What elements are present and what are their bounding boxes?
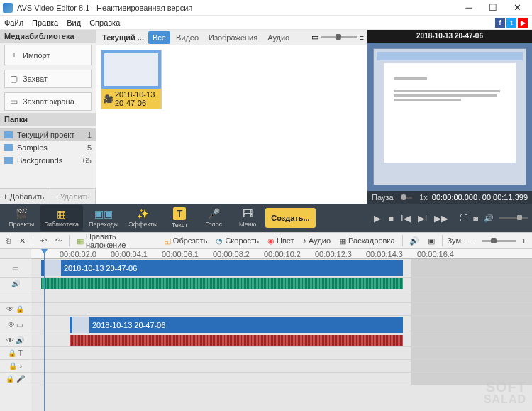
time-ruler[interactable]: 00:00:02.0 00:00:04.1 00:00:06.1 00:00:0… bbox=[31, 249, 532, 259]
list-view-icon[interactable]: ≡ bbox=[360, 33, 364, 42]
volume-toggle-icon[interactable]: 🔊 bbox=[406, 235, 422, 247]
zoom-out-button[interactable]: − bbox=[466, 235, 476, 246]
overlay-button[interactable]: ▦Править наложение bbox=[74, 231, 158, 251]
effects-button[interactable]: ✨Эффекты bbox=[124, 205, 162, 231]
twitter-icon[interactable]: t bbox=[506, 18, 516, 28]
overlay-track-label[interactable]: 👁 ▭ bbox=[0, 316, 31, 334]
snapshot-icon[interactable]: ◙ bbox=[473, 214, 478, 222]
view-toggle-icon[interactable]: ▭ bbox=[311, 33, 318, 42]
capture-button[interactable]: ▢Захват bbox=[4, 70, 92, 88]
fullscreen-icon[interactable]: ⛶ bbox=[460, 214, 467, 222]
misc-tool-icon[interactable]: ▣ bbox=[425, 235, 438, 247]
screen-capture-button[interactable]: ▭Захват экрана bbox=[4, 92, 92, 111]
overlay-audio-track[interactable] bbox=[31, 334, 532, 347]
library-icon: ▦ bbox=[56, 208, 67, 219]
tab-all[interactable]: Все bbox=[148, 31, 170, 44]
storyboard-button[interactable]: ▦Раскадровка bbox=[336, 235, 397, 247]
library-button[interactable]: ▦Библиотека bbox=[40, 205, 83, 231]
prev-frame-button[interactable]: I◀ bbox=[401, 213, 411, 224]
media-grid[interactable]: 🎥2018-10-13 20-47-06 bbox=[96, 45, 367, 204]
maximize-button[interactable]: ☐ bbox=[481, 0, 505, 16]
fast-forward-button[interactable]: ▶▶ bbox=[434, 213, 448, 224]
fx-track[interactable] bbox=[31, 303, 532, 316]
minimize-button[interactable]: ─ bbox=[457, 0, 481, 16]
folder-samples[interactable]: Samples5 bbox=[0, 141, 96, 154]
zoom-slider[interactable] bbox=[482, 240, 516, 242]
thumbnail-size-slider[interactable] bbox=[321, 36, 357, 38]
preview-title: 2018-10-13 20-47-06 bbox=[367, 30, 532, 43]
zoom-in-button[interactable]: + bbox=[519, 235, 529, 246]
delete-button[interactable]: ✕ bbox=[16, 235, 28, 247]
media-item[interactable]: 🎥2018-10-13 20-47-06 bbox=[101, 50, 162, 109]
menu-button[interactable]: 🎞Меню bbox=[231, 205, 264, 231]
video-track[interactable]: 2018-10-13 20-47-06 bbox=[31, 259, 532, 278]
music-track-label[interactable]: 🔒 ♪ bbox=[0, 360, 31, 373]
overlay-audio-label[interactable]: 👁 🔊 bbox=[0, 334, 31, 347]
menu-view[interactable]: Вид bbox=[67, 18, 81, 27]
text-icon: T bbox=[173, 207, 186, 220]
undo-button[interactable]: ↶ bbox=[38, 235, 50, 247]
video-track-label[interactable]: ▭ bbox=[0, 259, 31, 278]
music-track[interactable] bbox=[31, 360, 532, 373]
stop-button[interactable]: ■ bbox=[388, 213, 394, 224]
text-track[interactable] bbox=[31, 347, 532, 360]
text-track-label[interactable]: 🔒 T bbox=[0, 347, 31, 360]
audio-track-label[interactable]: 🔊 bbox=[0, 278, 31, 290]
facebook-icon[interactable]: f bbox=[495, 18, 505, 28]
preview-panel: 2018-10-13 20-47-06 Пауза 1x 00:00:00.00… bbox=[367, 30, 532, 204]
menu-help[interactable]: Справка bbox=[89, 18, 120, 27]
voice-track[interactable] bbox=[31, 373, 532, 385]
menu-file[interactable]: Файл bbox=[4, 18, 23, 27]
timeline: ▭ 🔊 👁 🔒 👁 ▭ 👁 🔊 🔒 T 🔒 ♪ 🔒 🎤 00:00:02.0 0… bbox=[0, 249, 532, 411]
overlay-video-track[interactable]: 2018-10-13 20-47-06 bbox=[31, 316, 532, 334]
track-labels: ▭ 🔊 👁 🔒 👁 ▭ 👁 🔊 🔒 T 🔒 ♪ 🔒 🎤 bbox=[0, 249, 31, 411]
volume-icon[interactable]: 🔊 bbox=[484, 214, 494, 223]
voice-button[interactable]: 🎤Голос bbox=[197, 205, 230, 231]
volume-slider[interactable] bbox=[499, 217, 528, 219]
folder-backgrounds[interactable]: Backgrounds65 bbox=[0, 154, 96, 167]
preview-scrubber[interactable] bbox=[401, 197, 413, 199]
tab-images[interactable]: Изображения bbox=[204, 31, 262, 44]
storyboard-icon: ▦ bbox=[339, 236, 346, 246]
clapper-icon: 🎬 bbox=[16, 208, 27, 219]
zoom-label: Зум: bbox=[447, 236, 463, 245]
transitions-icon: ▣▣ bbox=[98, 208, 109, 219]
crop-icon: ◱ bbox=[164, 236, 171, 246]
text-button[interactable]: TТекст bbox=[163, 205, 196, 231]
window-title: AVS Video Editor 8.1 - Неактивированная … bbox=[17, 4, 192, 12]
tab-audio[interactable]: Аудио bbox=[263, 31, 294, 44]
main-toolbar: 🎬Проекты ▦Библиотека ▣▣Переходы ✨Эффекты… bbox=[0, 204, 532, 232]
speed-button[interactable]: ◔Скорость bbox=[213, 235, 262, 247]
close-button[interactable]: ✕ bbox=[505, 0, 529, 16]
folders-header: Папки bbox=[0, 113, 96, 126]
prev-clip-button[interactable]: ⎗ bbox=[3, 235, 13, 246]
playhead[interactable] bbox=[44, 249, 45, 411]
folder-current-project[interactable]: Текущий проект1 bbox=[0, 128, 96, 141]
delete-folder-button[interactable]: −Удалить bbox=[48, 189, 96, 204]
tab-video[interactable]: Видео bbox=[172, 31, 203, 44]
voice-track-label[interactable]: 🔒 🎤 bbox=[0, 373, 31, 385]
add-folder-button[interactable]: +Добавить bbox=[0, 189, 48, 204]
color-button[interactable]: ◉Цвет bbox=[265, 235, 297, 247]
overlay-icon: ▦ bbox=[77, 236, 84, 246]
projects-button[interactable]: 🎬Проекты bbox=[4, 205, 38, 231]
import-button[interactable]: ＋Импорт bbox=[4, 45, 92, 65]
track-visibility[interactable]: 👁 🔒 bbox=[0, 303, 31, 316]
overlay-clip[interactable]: 2018-10-13 20-47-06 bbox=[70, 317, 403, 333]
audio-button[interactable]: ♪Аудио bbox=[300, 235, 334, 246]
create-button[interactable]: Создать... bbox=[265, 208, 315, 228]
next-frame-button[interactable]: ▶I bbox=[418, 213, 428, 224]
video-clip[interactable]: 2018-10-13 20-47-06 bbox=[41, 260, 403, 276]
redo-button[interactable]: ↷ bbox=[52, 235, 65, 247]
menu-edit[interactable]: Правка bbox=[32, 18, 58, 27]
transitions-button[interactable]: ▣▣Переходы bbox=[84, 205, 123, 231]
track-area[interactable]: 00:00:02.0 00:00:04.1 00:00:06.1 00:00:0… bbox=[31, 249, 532, 411]
overlay-audio-waveform[interactable] bbox=[70, 335, 403, 346]
preview-viewport[interactable] bbox=[367, 43, 532, 191]
play-button[interactable]: ▶ bbox=[374, 213, 381, 224]
audio-waveform[interactable] bbox=[41, 278, 403, 289]
crop-button[interactable]: ◱Обрезать bbox=[161, 235, 211, 247]
playback-speed: 1x bbox=[419, 193, 428, 202]
youtube-icon[interactable]: ▶ bbox=[518, 18, 528, 28]
audio-track[interactable] bbox=[31, 278, 532, 290]
